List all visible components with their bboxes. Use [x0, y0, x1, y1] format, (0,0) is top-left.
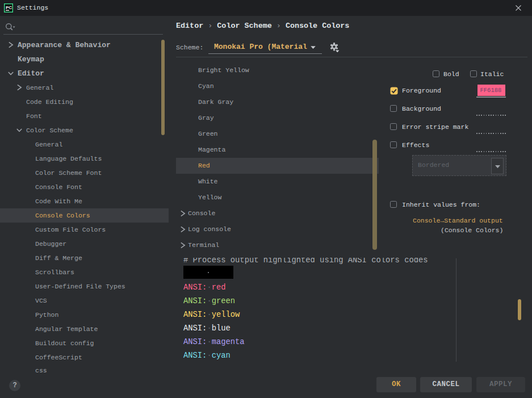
svg-text:PC: PC: [6, 5, 12, 10]
